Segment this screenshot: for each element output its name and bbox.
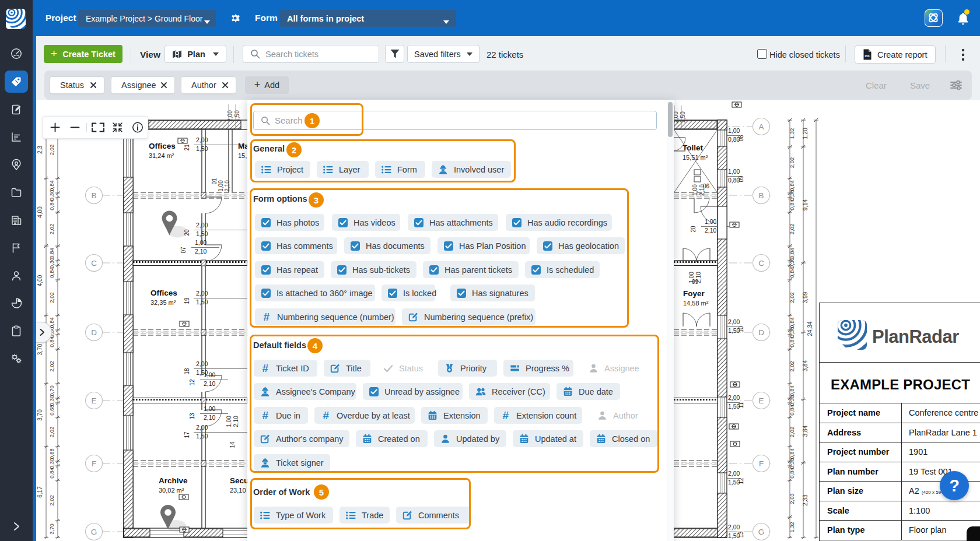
svg-text:2,10: 2,10 [195,248,207,255]
svg-text:30,02 m²: 30,02 m² [159,487,184,494]
svg-text:0,84: 0,84 [48,468,55,479]
svg-text:E: E [91,396,96,405]
svg-text:1,50: 1,50 [196,230,208,237]
svg-text:0,30: 0,30 [48,190,55,201]
svg-text:01: 01 [211,178,218,185]
svg-text:0,84: 0,84 [789,180,795,191]
svg-text:1,50: 1,50 [728,479,740,486]
svg-text:2,02: 2,02 [48,427,55,438]
svg-text:2,00: 2,00 [728,470,740,477]
svg-text:0,68: 0,68 [48,405,55,416]
svg-text:E: E [758,396,764,405]
svg-text:1,00: 1,00 [204,405,216,412]
svg-text:0,84: 0,84 [789,468,795,479]
svg-text:0,80: 0,80 [728,177,740,184]
svg-text:0,30: 0,30 [789,395,795,406]
svg-text:0,84: 0,84 [789,448,795,459]
svg-text:1,32: 1,32 [789,128,795,139]
svg-text:19: 19 [184,297,190,304]
svg-text:13: 13 [189,413,195,420]
svg-text:0,84: 0,84 [48,267,55,278]
svg-text:21: 21 [184,144,190,151]
svg-text:1,32: 1,32 [789,522,795,533]
svg-text:2,10: 2,10 [204,380,216,387]
svg-text:1,00: 1,00 [728,168,740,175]
svg-text:1,50: 1,50 [728,532,740,539]
svg-text:1,00: 1,00 [728,127,740,134]
svg-text:3,84: 3,84 [802,360,808,371]
svg-text:9,14: 9,14 [802,199,808,210]
svg-text:Toilet: Toilet [682,143,704,152]
svg-text:0,30: 0,30 [789,458,795,469]
svg-text:4,00: 4,00 [37,275,43,286]
svg-text:2,02: 2,02 [789,361,795,372]
svg-text:C: C [91,259,97,268]
svg-text:1,00: 1,00 [218,180,224,192]
svg-text:14,58 m²: 14,58 m² [683,300,709,307]
svg-text:x: x [932,12,935,16]
svg-text:23,10: 23,10 [230,487,246,494]
svg-text:20: 20 [690,226,696,233]
svg-text:0,84: 0,84 [48,248,55,259]
svg-text:F: F [759,459,764,468]
svg-text:C: C [758,259,764,268]
svg-text:07: 07 [180,247,187,254]
svg-text:F: F [92,459,96,468]
svg-text:1,00: 1,00 [692,184,698,196]
svg-text:2,10: 2,10 [233,416,239,427]
svg-text:2,02: 2,02 [48,145,55,156]
svg-text:2,02: 2,02 [48,224,55,235]
svg-text:1,50: 1,50 [196,145,208,152]
svg-text:0,84: 0,84 [48,199,55,210]
svg-text:3,84: 3,84 [802,425,808,437]
svg-text:Offices: Offices [149,142,176,150]
svg-text:2,00: 2,00 [196,360,208,367]
svg-text:0,30: 0,30 [789,327,795,338]
svg-text:2,00: 2,00 [728,318,740,325]
svg-text:1,50: 1,50 [728,403,740,410]
svg-text:1,00: 1,00 [226,416,232,427]
svg-text:2,03: 2,03 [789,493,795,504]
svg-text:1,00: 1,00 [204,371,216,378]
svg-text:1,50: 1,50 [196,433,208,440]
svg-text:4,00: 4,00 [37,206,43,218]
svg-text:2,00: 2,00 [196,136,208,143]
svg-text:0,84: 0,84 [789,336,795,347]
svg-text:3,99: 3,99 [802,291,808,303]
svg-text:0,84: 0,84 [789,385,795,396]
svg-text:24,34: 24,34 [807,321,813,336]
svg-text:2,02: 2,02 [48,361,55,372]
svg-text:2,00: 2,00 [728,394,740,401]
svg-text:14: 14 [229,441,236,448]
svg-text:0,30: 0,30 [48,395,55,406]
svg-text:3,70: 3,70 [37,343,43,355]
svg-text:B: B [91,191,96,200]
svg-text:2,10: 2,10 [224,180,230,192]
svg-text:2,10: 2,10 [705,227,717,234]
svg-text:1,50: 1,50 [234,110,240,122]
svg-text:D: D [758,328,764,337]
svg-text:12: 12 [189,379,195,386]
svg-text:A: A [758,122,764,131]
svg-text:0,30: 0,30 [789,190,795,201]
svg-text:0,84: 0,84 [48,180,55,191]
svg-text:2,02: 2,02 [789,427,795,438]
svg-text:6,17: 6,17 [37,486,43,498]
svg-text:2,3: 2,3 [37,146,43,154]
svg-text:17: 17 [184,431,190,438]
svg-text:0,68: 0,68 [48,448,55,459]
svg-text:0,84: 0,84 [789,317,795,328]
svg-text:31,24 m²: 31,24 m² [149,152,174,159]
svg-text:2,00: 2,00 [196,290,208,297]
svg-text:18: 18 [184,368,190,375]
svg-text:Foyer: Foyer [683,289,705,298]
svg-text:2,10: 2,10 [204,414,216,421]
svg-text:0,84: 0,84 [789,267,795,278]
svg-text:2,00: 2,00 [227,110,233,122]
svg-text:0,30: 0,30 [789,258,795,269]
svg-text:0,30: 0,30 [48,458,55,469]
svg-text:G: G [91,528,97,536]
svg-text:0,30: 0,30 [48,258,55,269]
svg-text:0,70: 0,70 [48,385,55,396]
svg-text:1,50: 1,50 [196,298,208,305]
